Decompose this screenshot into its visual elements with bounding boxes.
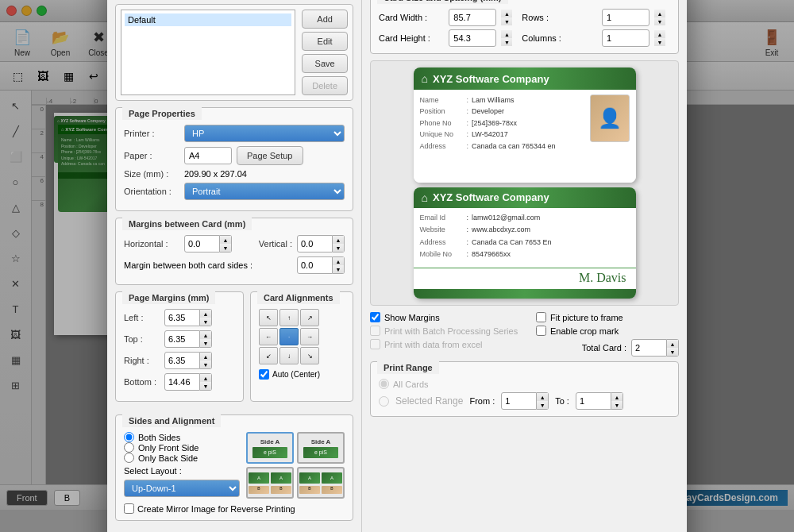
- margin-between-input[interactable]: [297, 256, 333, 274]
- batch-checkbox[interactable]: [370, 326, 380, 336]
- profile-buttons: Add Edit Save Delete: [302, 10, 348, 95]
- align-tr[interactable]: ↗: [300, 309, 319, 326]
- width-up[interactable]: ▲: [501, 10, 512, 17]
- align-mr[interactable]: →: [300, 328, 319, 345]
- id-card-front: ⌂ XYZ Software Company Name : Lam Willia…: [414, 67, 636, 183]
- layout-thumb-1[interactable]: Side A e piS: [246, 432, 294, 464]
- right-down[interactable]: ▼: [200, 360, 211, 368]
- left-up[interactable]: ▲: [200, 310, 211, 318]
- page-setup-btn[interactable]: Page Setup: [237, 146, 303, 165]
- rows-input[interactable]: [602, 9, 649, 26]
- total-card-input[interactable]: [631, 339, 667, 357]
- layout-thumb-2[interactable]: Side A e piS: [297, 432, 345, 464]
- height-down[interactable]: ▼: [501, 38, 512, 46]
- margin-between-down[interactable]: ▼: [333, 265, 344, 273]
- left-margin-row: Left : ▲ ▼: [124, 309, 235, 326]
- top-input[interactable]: [164, 330, 200, 348]
- right-up[interactable]: ▲: [200, 353, 211, 360]
- selected-range-radio[interactable]: [379, 396, 389, 407]
- profile-edit-btn[interactable]: Edit: [302, 32, 348, 51]
- columns-up[interactable]: ▲: [654, 30, 665, 38]
- both-sides-radio[interactable]: [124, 432, 134, 442]
- printer-select[interactable]: HP: [184, 125, 345, 142]
- crop-mark-checkbox[interactable]: [536, 326, 546, 336]
- from-up[interactable]: ▲: [537, 393, 548, 401]
- columns-input[interactable]: [602, 29, 649, 47]
- rows-up[interactable]: ▲: [654, 10, 665, 17]
- horizontal-input[interactable]: [184, 235, 220, 253]
- bottom-down[interactable]: ▼: [200, 382, 211, 390]
- margin-between-up[interactable]: ▲: [333, 257, 344, 265]
- vertical-up[interactable]: ▲: [333, 236, 344, 244]
- from-input[interactable]: [501, 392, 537, 410]
- front-only-radio[interactable]: [124, 442, 134, 453]
- profile-add-btn[interactable]: Add: [302, 10, 348, 29]
- align-ml[interactable]: ←: [259, 328, 278, 345]
- name-row: Name : Lam Williams: [420, 94, 584, 106]
- phone-row: Phone No : [254]369-78xx: [420, 118, 584, 129]
- card-height-input[interactable]: [449, 29, 496, 47]
- card-alignments-content: ↖ ↑ ↗ ← · → ↙ ↓ ↘: [251, 304, 353, 386]
- card-size-grid: Card Width : ▲ ▼ Rows : ▲ ▼: [379, 9, 670, 47]
- card-width-input[interactable]: [449, 9, 496, 26]
- bottom-input[interactable]: [164, 373, 200, 391]
- rows-down[interactable]: ▼: [654, 17, 665, 25]
- total-card-down[interactable]: ▼: [667, 348, 678, 356]
- to-input[interactable]: [576, 392, 611, 410]
- align-br[interactable]: ↘: [300, 347, 319, 364]
- email-row: Email Id : lamw012@gmail.com: [420, 212, 630, 224]
- left-input[interactable]: [164, 309, 200, 326]
- left-down[interactable]: ▼: [200, 318, 211, 326]
- vertical-input[interactable]: [297, 235, 333, 253]
- to-up[interactable]: ▲: [611, 393, 622, 401]
- fit-picture-checkbox[interactable]: [536, 312, 546, 322]
- dialog-body: Print Profile Default Add Edit Save Dele…: [107, 0, 687, 532]
- excel-checkbox[interactable]: [370, 339, 380, 349]
- auto-center-checkbox[interactable]: [259, 369, 269, 380]
- card-height-spinner: ▲ ▼: [501, 30, 517, 46]
- card-size-section: Card Size and Spacing (mm) Card Width : …: [370, 0, 679, 54]
- paper-row: Paper : Page Setup: [124, 146, 345, 165]
- width-down[interactable]: ▼: [501, 17, 512, 25]
- layout-thumb-3[interactable]: A A B B: [246, 467, 294, 499]
- vertical-down[interactable]: ▼: [333, 244, 344, 252]
- profile-save-btn[interactable]: Save: [302, 54, 348, 73]
- align-mc[interactable]: ·: [279, 328, 299, 345]
- from-down[interactable]: ▼: [537, 401, 548, 409]
- total-card-up[interactable]: ▲: [667, 340, 678, 348]
- paper-input[interactable]: [184, 147, 232, 164]
- layout-thumb-4[interactable]: A A B B: [297, 467, 345, 499]
- bottom-up[interactable]: ▲: [200, 374, 211, 382]
- top-down[interactable]: ▼: [200, 339, 211, 347]
- right-input[interactable]: [164, 352, 200, 369]
- all-cards-radio[interactable]: [379, 379, 389, 389]
- horizontal-spinner: ▲ ▼: [184, 235, 232, 253]
- show-margins-row: Show Margins: [370, 312, 530, 322]
- total-card-spinner: ▲ ▼: [631, 339, 679, 357]
- margins-content: Horizontal : ▲ ▼ Vertical :: [116, 230, 353, 284]
- profile-list: Default: [121, 10, 295, 95]
- to-down[interactable]: ▼: [611, 401, 622, 409]
- orientation-select[interactable]: Portrait: [184, 183, 345, 200]
- align-tc[interactable]: ↑: [279, 309, 299, 326]
- height-up[interactable]: ▲: [501, 30, 512, 38]
- profile-delete-btn[interactable]: Delete: [302, 76, 348, 95]
- print-options-row: Show Margins Print with Batch Processing…: [370, 312, 679, 357]
- bottom-spinner: ▲ ▼: [164, 373, 212, 391]
- show-margins-checkbox[interactable]: [370, 312, 380, 322]
- horizontal-up[interactable]: ▲: [220, 236, 231, 244]
- margins-align-row: Page Margins (mm) Left : ▲ ▼: [115, 291, 353, 408]
- print-options-right: Fit picture to frame Enable crop mark To…: [536, 312, 679, 357]
- orientation-row: Orientation : Portrait: [124, 183, 345, 200]
- layout-select[interactable]: Up-Down-1: [124, 480, 240, 497]
- horizontal-down[interactable]: ▼: [220, 244, 231, 252]
- align-bl[interactable]: ↙: [259, 347, 278, 364]
- align-tl[interactable]: ↖: [259, 309, 278, 326]
- top-up[interactable]: ▲: [200, 331, 211, 339]
- align-bc[interactable]: ↓: [279, 347, 299, 364]
- back-only-radio[interactable]: [124, 453, 134, 463]
- bottom-margin-row: Bottom : ▲ ▼: [124, 373, 235, 391]
- horizontal-margin-row: Horizontal : ▲ ▼ Vertical :: [124, 235, 345, 253]
- columns-down[interactable]: ▼: [654, 38, 665, 46]
- mirror-checkbox[interactable]: [124, 503, 134, 514]
